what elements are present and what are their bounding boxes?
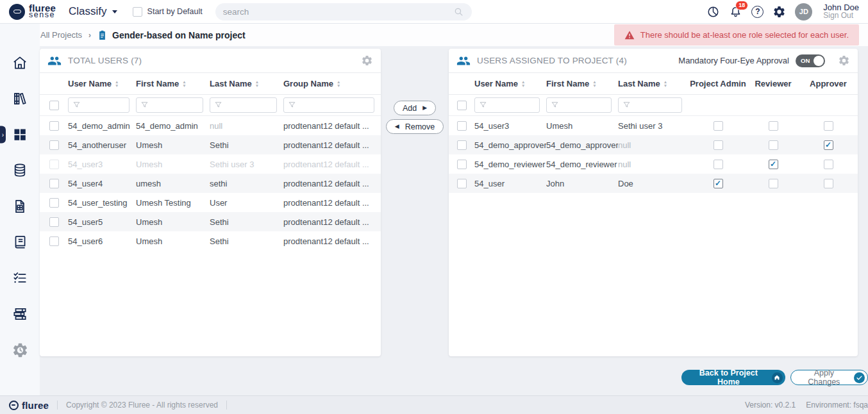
project-admin-checkbox[interactable] xyxy=(714,179,723,188)
table-cell: prodtenant12 default ... xyxy=(283,198,381,208)
role-cell xyxy=(689,160,747,169)
reviewer-checkbox[interactable] xyxy=(769,140,778,150)
sidebar-item-tasks[interactable] xyxy=(0,260,40,296)
table-cell: 54_demo_admin xyxy=(68,121,136,131)
column-header-label: Approver xyxy=(810,79,847,88)
table-cell: null xyxy=(618,140,689,150)
row-select-checkbox[interactable] xyxy=(49,217,59,227)
approver-checkbox[interactable] xyxy=(824,121,833,131)
add-button[interactable]: Add ▶ xyxy=(394,101,436,115)
filter-cell xyxy=(210,97,283,113)
column-filter-input[interactable] xyxy=(68,97,129,113)
apply-changes-button[interactable]: Apply Changes xyxy=(790,370,868,385)
column-filter-input[interactable] xyxy=(283,97,374,113)
role-cell xyxy=(747,179,799,188)
search-input[interactable] xyxy=(223,7,453,17)
reviewer-checkbox[interactable] xyxy=(769,160,778,169)
row-select-cell xyxy=(40,121,68,131)
row-select-checkbox[interactable] xyxy=(457,179,467,188)
gear-icon[interactable] xyxy=(772,5,786,19)
sort-icon: ▲▼ xyxy=(182,80,186,88)
assigned-users-panel: USERS ASSIGNED TO PROJECT (4) Mandatory … xyxy=(449,49,858,356)
table-cell: Sethi xyxy=(210,140,283,150)
table-row: 54_user3UmeshSethi user 3prodtenant12 de… xyxy=(40,154,381,174)
sidebar-item-home[interactable] xyxy=(0,45,40,81)
table-cell: Umesh xyxy=(136,160,210,169)
app-switcher-dropdown[interactable]: Classify xyxy=(69,5,117,18)
reviewer-checkbox[interactable] xyxy=(769,121,778,131)
reviewer-checkbox[interactable] xyxy=(769,179,778,188)
sidebar-item-pipelines[interactable] xyxy=(0,296,40,332)
table-cell: Umesh Testing xyxy=(136,198,210,208)
sidebar-item-database[interactable] xyxy=(0,153,40,188)
approver-checkbox[interactable] xyxy=(824,140,833,150)
filter-cell xyxy=(618,97,689,113)
row-select-cell xyxy=(40,217,68,227)
sort-icon: ▲▼ xyxy=(521,80,525,88)
user-menu[interactable]: John Doe Sign Out xyxy=(823,3,859,20)
total-users-title: TOTAL USERS (7) xyxy=(68,56,142,65)
row-select-checkbox[interactable] xyxy=(49,236,59,246)
bell-icon[interactable]: 18 xyxy=(729,5,742,19)
row-select-cell xyxy=(40,140,68,150)
library-icon xyxy=(12,90,28,107)
table-cell: umesh xyxy=(136,179,210,188)
sidebar-nav xyxy=(0,24,40,395)
sidebar-item-settings[interactable] xyxy=(0,332,40,368)
panel-gear-icon[interactable] xyxy=(361,54,373,67)
fluree-sense-logo[interactable]: fluree sense xyxy=(9,4,56,20)
search-box xyxy=(215,3,472,21)
row-select-checkbox[interactable] xyxy=(49,179,59,188)
select-all-checkbox[interactable] xyxy=(49,101,59,110)
approver-checkbox[interactable] xyxy=(824,179,833,188)
row-select-checkbox[interactable] xyxy=(49,140,59,150)
sidebar-item-library[interactable] xyxy=(0,81,40,117)
role-cell xyxy=(747,121,799,131)
sidebar-item-catalog[interactable] xyxy=(0,224,40,260)
panel-gear-icon[interactable] xyxy=(838,54,850,67)
page-title: Gender-based on Name project xyxy=(112,30,246,40)
back-to-project-home-button[interactable]: Back to Project Home xyxy=(681,370,785,385)
table-row: 54_user4umeshsethiprodtenant12 default .… xyxy=(40,174,381,193)
project-admin-checkbox[interactable] xyxy=(714,140,723,150)
sidebar-item-projects[interactable] xyxy=(0,117,40,153)
breadcrumb-all-projects[interactable]: All Projects xyxy=(40,30,82,40)
app-name-label: Classify xyxy=(69,5,107,18)
table-cell: Sethi user 3 xyxy=(210,160,283,169)
apply-button-label: Apply Changes xyxy=(799,368,849,386)
column-filter-input[interactable] xyxy=(474,97,540,113)
role-cell xyxy=(689,179,747,188)
row-select-checkbox[interactable] xyxy=(457,140,467,150)
home-icon xyxy=(772,372,783,383)
start-by-default-checkbox[interactable] xyxy=(133,7,142,17)
row-select-cell xyxy=(449,179,474,188)
pie-chart-icon[interactable] xyxy=(706,5,720,19)
help-icon[interactable]: ? xyxy=(751,6,764,18)
row-select-checkbox[interactable] xyxy=(49,121,59,131)
project-admin-checkbox[interactable] xyxy=(714,160,723,169)
sidebar-item-data-files[interactable] xyxy=(0,188,40,224)
column-filter-input[interactable] xyxy=(210,97,277,113)
column-filter-input[interactable] xyxy=(546,97,612,113)
row-select-checkbox[interactable] xyxy=(49,198,59,208)
row-select-checkbox[interactable] xyxy=(457,121,467,131)
column-header-label: Last Name xyxy=(618,79,660,88)
fluree-logo-icon xyxy=(9,401,19,410)
column-filter-input[interactable] xyxy=(618,97,682,113)
approver-checkbox[interactable] xyxy=(824,160,833,169)
column-header-label: Reviewer xyxy=(755,79,791,88)
filter-cell xyxy=(474,97,546,113)
project-admin-checkbox[interactable] xyxy=(714,121,723,131)
table-cell: 54_demo_reviewer xyxy=(474,160,546,169)
four-eye-approval-toggle[interactable]: ON xyxy=(796,54,825,67)
remove-button[interactable]: ◀ Remove xyxy=(386,119,444,134)
row-select-checkbox[interactable] xyxy=(457,160,467,169)
table-cell: John xyxy=(546,179,618,188)
toggle-state-label: ON xyxy=(801,57,810,64)
user-avatar[interactable]: JD xyxy=(795,3,812,21)
column-filter-input[interactable] xyxy=(136,97,203,113)
transfer-controls: Add ▶ ◀ Remove xyxy=(385,101,445,134)
sign-out-link[interactable]: Sign Out xyxy=(823,12,859,20)
select-all-checkbox[interactable] xyxy=(457,101,467,110)
table-cell: null xyxy=(210,121,283,131)
